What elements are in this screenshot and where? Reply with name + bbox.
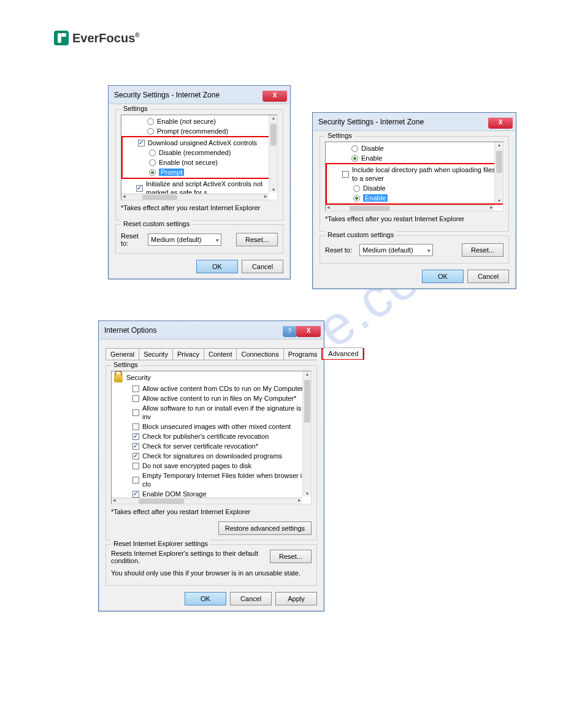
tab-programs[interactable]: Programs xyxy=(283,348,323,360)
horizontal-scrollbar[interactable] xyxy=(326,205,494,211)
checkbox-icon[interactable] xyxy=(132,423,139,430)
option-row[interactable]: Enable (not secure) xyxy=(121,116,277,126)
reset-button[interactable]: Reset... xyxy=(270,550,312,563)
vertical-scrollbar[interactable] xyxy=(494,142,503,203)
help-icon[interactable]: ? xyxy=(283,326,296,337)
settings-group: Settings DisableEnableInclude local dire… xyxy=(320,136,509,232)
option-label: Include local directory path when upload… xyxy=(352,165,501,183)
checkbox-icon[interactable] xyxy=(136,185,143,192)
option-row[interactable]: Prompt xyxy=(123,167,275,177)
reset-button[interactable]: Reset... xyxy=(236,233,278,246)
option-label: Allow active content from CDs to run on … xyxy=(142,384,306,393)
option-row[interactable]: Prompt (recommended) xyxy=(121,126,277,136)
option-row[interactable]: Do not save encrypted pages to disk xyxy=(118,461,311,471)
option-row[interactable]: Check for publisher's certificate revoca… xyxy=(118,431,311,441)
option-row[interactable]: Disable xyxy=(326,143,503,153)
radio-icon[interactable] xyxy=(353,195,360,202)
close-icon[interactable]: X xyxy=(262,91,287,102)
checkbox-icon[interactable] xyxy=(132,385,139,392)
option-row[interactable]: Enable xyxy=(326,153,503,163)
title-bar: Internet Options ? X xyxy=(99,322,323,339)
ok-button[interactable]: OK xyxy=(196,260,238,273)
reset-group: Reset custom settings Reset to: Medium (… xyxy=(115,224,283,254)
dialog-title: Security Settings - Internet Zone xyxy=(318,118,424,126)
option-label: Prompt xyxy=(159,168,184,176)
security-section-header: Security xyxy=(126,374,151,381)
reset-legend: Reset Internet Explorer settings xyxy=(111,540,210,547)
option-label: Do not save encrypted pages to disk xyxy=(142,461,251,470)
radio-icon[interactable] xyxy=(147,128,154,135)
horizontal-scrollbar[interactable] xyxy=(121,194,269,200)
option-label: Check for publisher's certificate revoca… xyxy=(142,432,269,441)
option-row[interactable]: Enable xyxy=(327,193,501,203)
settings-legend: Settings xyxy=(111,361,140,368)
option-label: Download unsigned ActiveX controls xyxy=(148,138,257,147)
advanced-settings-listbox[interactable]: Security Allow active content from CDs t… xyxy=(111,371,312,504)
cancel-button[interactable]: Cancel xyxy=(242,260,283,273)
option-row[interactable]: Allow software to run or install even if… xyxy=(118,403,311,422)
tab-security[interactable]: Security xyxy=(139,348,173,360)
settings-listbox[interactable]: Enable (not secure)Prompt (recommended)D… xyxy=(121,115,278,200)
vertical-scrollbar[interactable] xyxy=(269,115,277,192)
reset-level-dropdown[interactable]: Medium (default) xyxy=(148,233,221,246)
tab-advanced[interactable]: Advanced xyxy=(323,347,363,359)
checkbox-icon[interactable] xyxy=(132,409,139,416)
ok-button[interactable]: OK xyxy=(185,592,226,605)
reset-legend: Reset custom settings xyxy=(325,231,396,238)
tab-content[interactable]: Content xyxy=(204,348,237,360)
cancel-button[interactable]: Cancel xyxy=(467,270,509,283)
option-row[interactable]: Check for server certificate revocation* xyxy=(118,441,311,451)
option-row[interactable]: Include local directory path when upload… xyxy=(327,165,501,183)
option-label: Allow active content to run in files on … xyxy=(142,394,296,403)
option-row[interactable]: Empty Temporary Internet Files folder wh… xyxy=(118,471,311,489)
ok-button[interactable]: OK xyxy=(422,270,464,283)
checkbox-icon[interactable] xyxy=(132,395,139,402)
radio-icon[interactable] xyxy=(351,145,358,152)
checkbox-icon[interactable] xyxy=(138,140,145,146)
radio-icon[interactable] xyxy=(351,155,358,162)
settings-listbox[interactable]: DisableEnableInclude local directory pat… xyxy=(325,142,504,211)
logo-icon xyxy=(54,31,69,45)
apply-button[interactable]: Apply xyxy=(275,592,317,605)
checkbox-icon[interactable] xyxy=(132,463,139,469)
close-icon[interactable]: X xyxy=(488,118,513,129)
settings-legend: Settings xyxy=(121,105,150,112)
checkbox-icon[interactable] xyxy=(132,477,139,483)
option-row[interactable]: Allow active content from CDs to run on … xyxy=(118,384,311,393)
option-row[interactable]: Disable (recommended) xyxy=(123,148,275,157)
checkbox-icon[interactable] xyxy=(132,491,139,498)
tab-connections[interactable]: Connections xyxy=(236,348,283,360)
option-row[interactable]: Block unsecured images with other mixed … xyxy=(118,422,311,431)
tab-privacy[interactable]: Privacy xyxy=(172,348,204,360)
horizontal-scrollbar[interactable] xyxy=(112,498,302,504)
tab-strip: GeneralSecurityPrivacyContentConnections… xyxy=(105,344,317,360)
radio-icon[interactable] xyxy=(353,185,360,192)
reset-level-dropdown[interactable]: Medium (default) xyxy=(359,244,433,256)
option-row[interactable]: Disable xyxy=(327,183,501,193)
internet-options-dialog: Internet Options ? X GeneralSecurityPriv… xyxy=(98,320,324,612)
option-label: Check for signatures on downloaded progr… xyxy=(142,452,282,460)
option-row[interactable]: Allow active content to run in files on … xyxy=(118,393,311,403)
tab-general[interactable]: General xyxy=(105,348,139,360)
dialog-title: Internet Options xyxy=(104,326,156,335)
radio-icon[interactable] xyxy=(147,118,154,125)
option-row[interactable]: Download unsigned ActiveX controls xyxy=(123,138,275,148)
title-bar: Security Settings - Internet Zone X xyxy=(313,113,515,131)
checkbox-icon[interactable] xyxy=(132,453,139,460)
radio-icon[interactable] xyxy=(149,159,156,166)
checkbox-icon[interactable] xyxy=(132,443,139,450)
checkbox-icon[interactable] xyxy=(342,171,349,178)
option-row[interactable]: Check for signatures on downloaded progr… xyxy=(118,451,311,461)
radio-icon[interactable] xyxy=(149,150,156,156)
checkbox-icon[interactable] xyxy=(132,433,139,440)
option-row[interactable]: Enable (not secure) xyxy=(123,157,275,167)
radio-icon[interactable] xyxy=(149,169,156,176)
restore-advanced-button[interactable]: Restore advanced settings xyxy=(218,521,312,535)
option-label: Disable xyxy=(363,184,386,192)
reset-note: You should only use this if your browser… xyxy=(111,569,312,577)
close-icon[interactable]: X xyxy=(296,326,321,337)
reset-button[interactable]: Reset... xyxy=(462,243,504,257)
vertical-scrollbar[interactable] xyxy=(302,371,311,496)
reset-legend: Reset custom settings xyxy=(121,220,192,227)
cancel-button[interactable]: Cancel xyxy=(230,592,272,605)
